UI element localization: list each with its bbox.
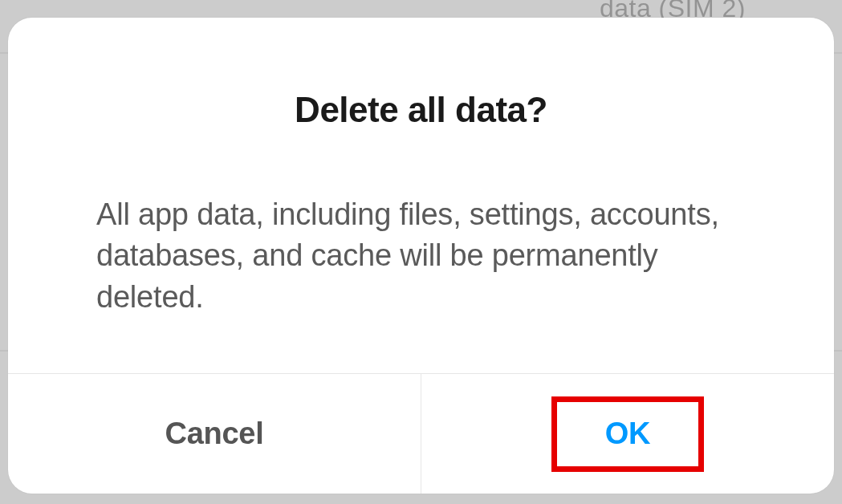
ok-button-label: OK (605, 417, 650, 451)
dialog-actions: Cancel OK (8, 373, 834, 494)
confirmation-dialog: Delete all data? All app data, including… (8, 18, 834, 494)
cancel-button[interactable]: Cancel (8, 374, 421, 494)
ok-button[interactable]: OK (421, 374, 834, 494)
cancel-button-label: Cancel (165, 417, 264, 451)
dialog-body-text: All app data, including files, settings,… (96, 194, 746, 318)
dialog-content: Delete all data? All app data, including… (8, 18, 834, 373)
dialog-title: Delete all data? (96, 90, 746, 130)
